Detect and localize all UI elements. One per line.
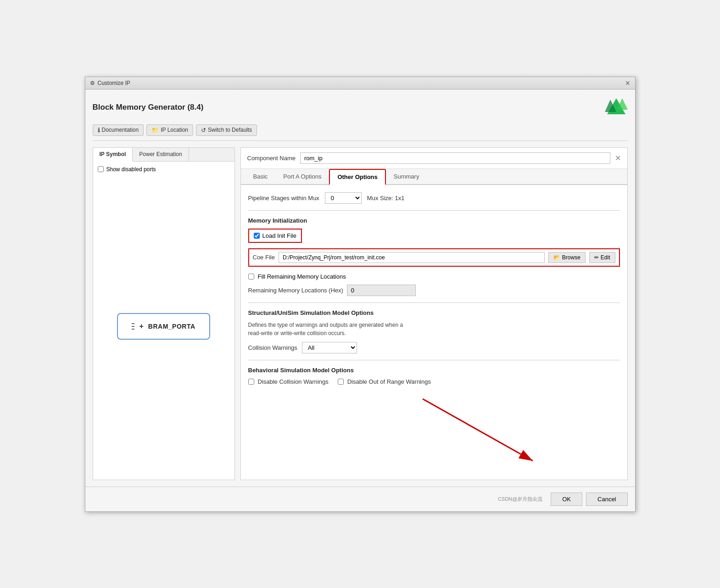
main-area: IP Symbol Power Estimation Show disabled…: [93, 147, 628, 480]
tab-power-estimation[interactable]: Power Estimation: [133, 148, 189, 161]
mux-size-text: Mux Size: 1x1: [367, 195, 405, 202]
bram-lines-icon: [132, 323, 134, 330]
load-init-file-label: Load Init File: [262, 232, 296, 239]
left-tabs: IP Symbol Power Estimation: [93, 148, 234, 162]
title-bar: ⚙ Customize IP ✕: [85, 77, 635, 90]
vivado-logo-icon: [605, 96, 628, 119]
bram-label: BRAM_PORTA: [148, 323, 195, 330]
disable-range-checkbox[interactable]: [338, 379, 344, 385]
pipeline-stages-select[interactable]: 0 1 2: [325, 192, 362, 204]
documentation-button[interactable]: ℹ Documentation: [93, 124, 144, 136]
fill-remaining-label: Fill Remaining Memory Locations: [258, 273, 346, 280]
load-init-file-row: Load Init File: [248, 229, 302, 243]
coe-file-input[interactable]: [279, 252, 545, 263]
disable-collision-row: Disable Collision Warnings: [248, 378, 329, 385]
right-panel: Component Name ✕ Basic Port A Options Ot…: [240, 147, 628, 480]
show-disabled-ports-row: Show disabled ports: [98, 166, 230, 173]
bottom-bar: CSDN@岁月指尖流 OK Cancel: [85, 487, 635, 511]
cancel-button[interactable]: Cancel: [586, 493, 627, 506]
show-disabled-ports-label: Show disabled ports: [106, 166, 156, 173]
remaining-locations-input[interactable]: [347, 285, 416, 296]
refresh-icon: ↺: [201, 127, 206, 134]
close-button[interactable]: ✕: [625, 80, 631, 86]
coe-file-label: Coe File: [253, 254, 275, 261]
behavioral-options-row: Disable Collision Warnings Disable Out o…: [248, 378, 620, 390]
disable-collision-label: Disable Collision Warnings: [258, 378, 329, 385]
show-disabled-ports-checkbox[interactable]: [98, 166, 104, 172]
svg-line-4: [423, 399, 533, 461]
ok-button[interactable]: OK: [551, 493, 582, 506]
remaining-locations-row: Remaining Memory Locations (Hex): [248, 285, 620, 296]
title-bar-text: Customize IP: [98, 80, 130, 86]
browse-button[interactable]: 📂 Browse: [548, 252, 586, 263]
browse-icon: 📂: [553, 254, 560, 261]
app-icon: ⚙: [90, 80, 95, 86]
left-tab-content: Show disabled ports + BRAM_PORTA: [93, 162, 234, 480]
disable-range-row: Disable Out of Range Warnings: [338, 378, 431, 385]
tab-content: Pipeline Stages within Mux 0 1 2 Mux Siz…: [241, 185, 627, 480]
tabs-row: Basic Port A Options Other Options Summa…: [241, 169, 627, 185]
tab-port-a-options[interactable]: Port A Options: [275, 169, 329, 185]
location-icon: 📁: [151, 127, 159, 134]
memory-init-title: Memory Initialization: [248, 217, 620, 224]
component-name-input[interactable]: [300, 152, 610, 164]
window-content: Block Memory Generator (8.4) ℹ Documenta…: [85, 90, 635, 487]
tab-other-options[interactable]: Other Options: [329, 169, 385, 185]
structural-title: Structural/UniSim Simulation Model Optio…: [248, 309, 620, 316]
ip-location-label: IP Location: [161, 127, 188, 133]
behavioral-title: Behavioral Simulation Model Options: [248, 367, 620, 374]
remaining-locations-label: Remaining Memory Locations (Hex): [248, 287, 343, 294]
load-init-file-checkbox[interactable]: [254, 233, 260, 239]
title-bar-left: ⚙ Customize IP: [90, 80, 130, 86]
edit-label: Edit: [601, 254, 610, 261]
main-window: ⚙ Customize IP ✕ Block Memory Generator …: [85, 77, 636, 512]
edit-button[interactable]: ✏ Edit: [589, 252, 615, 263]
divider-3: [248, 360, 620, 360]
symbol-area: + BRAM_PORTA: [98, 178, 230, 475]
structural-description: Defines the type of warnings and outputs…: [248, 321, 620, 337]
window-title: Block Memory Generator (8.4): [93, 103, 204, 112]
fill-remaining-checkbox[interactable]: [248, 274, 254, 280]
arrow-annotation-area: [248, 390, 620, 472]
disable-collision-checkbox[interactable]: [248, 379, 254, 385]
collision-warnings-label: Collision Warnings: [248, 344, 297, 351]
tab-ip-symbol[interactable]: IP Symbol: [93, 148, 133, 162]
browse-label: Browse: [562, 254, 580, 261]
bram-plus-icon: +: [139, 322, 143, 330]
tab-basic[interactable]: Basic: [246, 169, 276, 185]
watermark-text: CSDN@岁月指尖流: [498, 496, 542, 503]
collision-warnings-select[interactable]: All Warning None: [302, 342, 357, 353]
component-name-label: Component Name: [247, 155, 296, 162]
toolbar: ℹ Documentation 📁 IP Location ↺ Switch t…: [93, 124, 628, 141]
ip-location-button[interactable]: 📁 IP Location: [146, 124, 193, 136]
tab-summary[interactable]: Summary: [386, 169, 427, 185]
switch-defaults-label: Switch to Defaults: [208, 127, 252, 133]
info-icon: ℹ: [98, 127, 100, 134]
collision-warnings-row: Collision Warnings All Warning None: [248, 342, 620, 353]
window-header: Block Memory Generator (8.4): [93, 96, 628, 119]
divider-1: [248, 210, 620, 211]
pipeline-stages-label: Pipeline Stages within Mux: [248, 195, 319, 202]
red-arrow-annotation: [248, 390, 620, 472]
divider-2: [248, 302, 620, 303]
coe-file-row: Coe File 📂 Browse ✏ Edit: [248, 248, 620, 267]
fill-remaining-row: Fill Remaining Memory Locations: [248, 273, 620, 280]
switch-defaults-button[interactable]: ↺ Switch to Defaults: [196, 124, 257, 136]
edit-icon: ✏: [594, 254, 599, 261]
pipeline-stages-row: Pipeline Stages within Mux 0 1 2 Mux Siz…: [248, 192, 620, 204]
bram-symbol: + BRAM_PORTA: [117, 313, 210, 340]
documentation-label: Documentation: [102, 127, 139, 133]
component-name-clear-button[interactable]: ✕: [615, 154, 621, 162]
disable-range-label: Disable Out of Range Warnings: [347, 378, 431, 385]
component-name-row: Component Name ✕: [241, 148, 627, 169]
left-panel: IP Symbol Power Estimation Show disabled…: [93, 147, 235, 480]
